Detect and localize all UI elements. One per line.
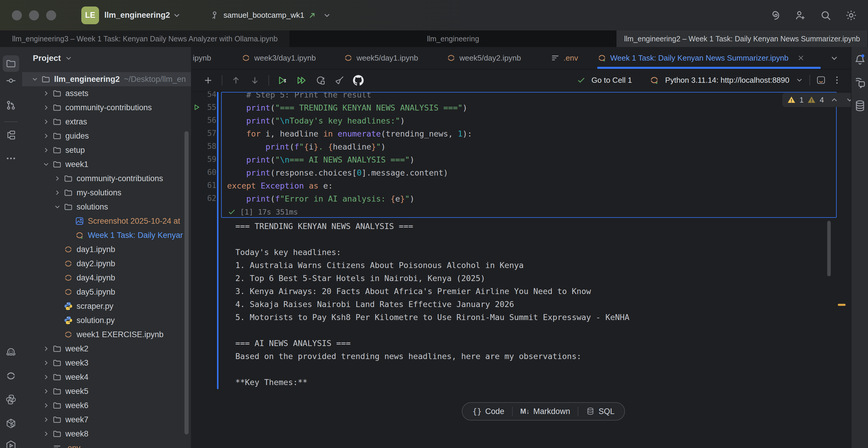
code-line[interactable]: for i, headline in enumerate(trending_ne… <box>227 127 836 140</box>
chevron-right-icon[interactable] <box>52 187 63 198</box>
gutter-line[interactable]: 57 <box>193 127 216 140</box>
chevron-right-icon[interactable] <box>40 400 52 411</box>
chevron-down-icon[interactable] <box>40 159 52 170</box>
tab-list-chevron-icon[interactable] <box>830 54 839 63</box>
editor-tab[interactable]: .env <box>551 47 578 69</box>
tree-scrollbar[interactable] <box>184 131 189 435</box>
tree-item[interactable]: day5.ipynb <box>22 285 191 299</box>
code-line[interactable]: print(response.choices[0].message.conten… <box>227 166 836 180</box>
tree-item[interactable]: day1.ipynb <box>22 242 191 257</box>
maximize-window-button[interactable] <box>46 10 56 21</box>
more-tools-button[interactable] <box>3 150 19 167</box>
code-line[interactable]: print("\nToday's key headlines:") <box>227 115 836 127</box>
inspection-widget[interactable]: 1 4 <box>782 93 851 107</box>
huggingface-tool-button[interactable] <box>3 344 19 361</box>
gutter-line[interactable]: 59 <box>193 153 216 166</box>
github-icon[interactable] <box>353 75 364 86</box>
search-icon[interactable] <box>819 9 832 22</box>
gutter-line[interactable]: 56 <box>193 114 216 127</box>
kebab-menu-icon[interactable] <box>832 75 842 85</box>
tree-item[interactable]: week5 <box>22 384 191 398</box>
tree-item[interactable]: week1 <box>22 157 191 171</box>
code-line[interactable]: print(f"Error in AI analysis: {e}") <box>227 192 836 205</box>
structure-tool-button[interactable] <box>3 127 19 143</box>
window-tab[interactable]: llm_engineering <box>290 30 616 47</box>
tree-item[interactable]: llm_engineering2~/Desktop/llm_en <box>22 72 191 86</box>
tree-item[interactable]: week8 <box>22 427 191 441</box>
chevron-right-icon[interactable] <box>40 102 52 113</box>
chevron-right-icon[interactable] <box>40 428 52 440</box>
tree-item[interactable]: assets <box>22 86 191 100</box>
run-line-icon[interactable] <box>193 101 202 114</box>
tree-item[interactable]: week7 <box>22 413 191 427</box>
chevron-down-icon[interactable] <box>29 73 40 85</box>
tree-item[interactable]: week6 <box>22 398 191 413</box>
editor-tab[interactable]: week3/day1.ipynb <box>241 47 316 69</box>
tree-item[interactable]: Screenshot 2025-10-24 at <box>22 214 191 228</box>
kernel-selector[interactable]: Python 3.11.14: http://localhost:8890 <box>665 76 789 85</box>
next-warning-icon[interactable] <box>845 95 851 104</box>
tree-item[interactable]: my-solutions <box>22 186 191 200</box>
project-tool-button[interactable] <box>3 55 19 72</box>
tree-item[interactable]: day4.ipynb <box>22 271 191 285</box>
chevron-right-icon[interactable] <box>52 173 63 184</box>
chevron-right-icon[interactable] <box>40 372 52 383</box>
window-tab[interactable]: llm_engineering2 – Week 1 Task: Daily Ke… <box>616 30 868 47</box>
settings-gear-icon[interactable] <box>845 9 857 22</box>
code-line[interactable]: # Step 5: Print the result <box>227 92 836 101</box>
gutter-line[interactable]: 55 <box>193 101 216 114</box>
chevron-down-icon[interactable] <box>173 11 181 20</box>
jupyter-tool-button[interactable] <box>3 367 19 384</box>
code-editor[interactable]: # Step 5: Print the result print("=== TR… <box>222 92 836 205</box>
tree-item[interactable]: week3 <box>22 356 191 370</box>
window-controls[interactable] <box>12 10 56 21</box>
editor-tab[interactable]: ipynb <box>193 47 211 69</box>
tree-item[interactable]: solution.py <box>22 313 191 327</box>
window-tab[interactable]: llm_engineering3 – Week 1 Task: Kenyan D… <box>0 30 290 47</box>
tree-item[interactable]: week1 EXERCISE.ipynb <box>22 327 191 342</box>
ai-chat-icon[interactable] <box>854 76 866 89</box>
notifications-bell-icon[interactable] <box>854 54 866 66</box>
vcs-widget[interactable]: samuel_bootcamp_wk1 <box>209 10 332 21</box>
output-scrollbar[interactable] <box>827 221 831 276</box>
project-name[interactable]: llm_engineering2 <box>104 11 170 20</box>
close-window-button[interactable] <box>12 10 22 21</box>
editor-tab[interactable]: week5/day1.ipynb <box>344 47 418 69</box>
restart-kernel-icon[interactable] <box>315 75 326 86</box>
gutter-line[interactable]: 62 <box>193 192 216 205</box>
add-user-icon[interactable] <box>794 9 807 22</box>
ai-assistant-icon[interactable] <box>769 9 781 22</box>
jupyter-console-icon[interactable] <box>816 75 826 85</box>
editor-tab[interactable]: week5/day2.ipynb <box>446 47 521 69</box>
tree-item[interactable]: community-contributions <box>22 171 191 186</box>
chevron-right-icon[interactable] <box>40 130 52 141</box>
tree-item[interactable]: Week 1 Task: Daily Kenyar <box>22 228 191 242</box>
gutter-line[interactable]: 60 <box>193 166 216 179</box>
chevron-down-icon[interactable] <box>52 201 63 213</box>
code-line[interactable]: print("=== TRENDING KENYAN NEWS ANALYSIS… <box>227 101 836 115</box>
clear-outputs-icon[interactable] <box>334 75 345 86</box>
tree-item[interactable]: setup <box>22 143 191 157</box>
commit-tool-button[interactable] <box>3 72 19 89</box>
chevron-right-icon[interactable] <box>40 357 52 369</box>
gutter-line[interactable]: 54 <box>193 91 216 101</box>
pull-requests-tool-button[interactable] <box>3 97 19 114</box>
tree-item[interactable]: extras <box>22 115 191 129</box>
chevron-right-icon[interactable] <box>40 343 52 354</box>
add-cell-icon[interactable] <box>203 75 213 86</box>
run-cell-icon[interactable] <box>277 75 288 86</box>
python-packages-tool-button[interactable] <box>3 415 19 432</box>
move-cell-down-icon[interactable] <box>250 75 260 86</box>
close-icon[interactable] <box>797 54 805 62</box>
tree-item[interactable]: .env <box>22 441 191 448</box>
tree-item[interactable]: week2 <box>22 342 191 356</box>
move-cell-up-icon[interactable] <box>230 75 241 86</box>
tree-item[interactable]: community-contributions <box>22 100 191 115</box>
chevron-right-icon[interactable] <box>40 88 52 99</box>
code-line[interactable]: except Exception as e: <box>227 180 836 192</box>
services-tool-button[interactable] <box>3 437 19 448</box>
chevron-right-icon[interactable] <box>40 116 52 127</box>
chevron-right-icon[interactable] <box>40 386 52 397</box>
tree-item[interactable]: week4 <box>22 370 191 384</box>
add-code-cell-button[interactable]: {} Code <box>465 403 512 420</box>
